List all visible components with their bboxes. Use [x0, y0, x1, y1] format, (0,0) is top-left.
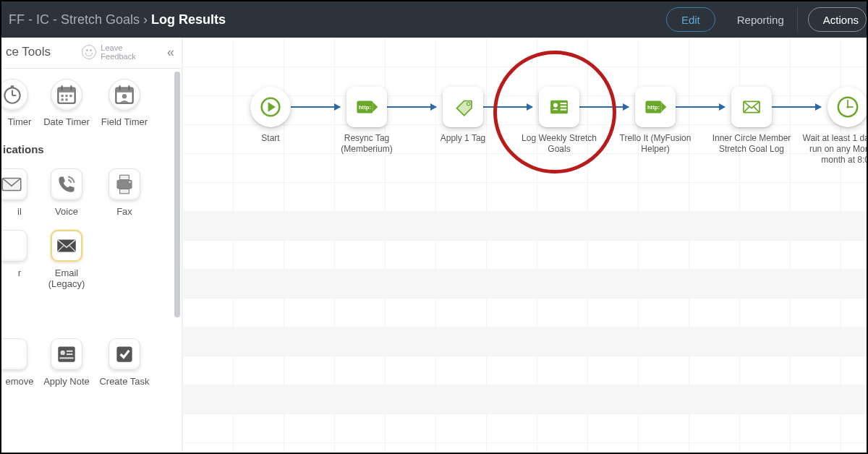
tool-fax[interactable]: Fax	[95, 168, 153, 217]
sidebar-title: ce Tools	[6, 45, 51, 59]
category-communications: ications	[1, 140, 182, 158]
flow-arrow	[579, 106, 629, 108]
clock-icon	[827, 87, 867, 127]
collapse-sidebar-button[interactable]: «	[167, 45, 174, 60]
tool-label: Voice	[55, 206, 78, 217]
svg-rect-27	[67, 354, 73, 355]
blank-icon	[1, 230, 27, 262]
svg-rect-5	[58, 88, 75, 93]
tool-label: Timer	[8, 116, 32, 127]
svg-rect-37	[561, 103, 567, 104]
mail-icon	[731, 87, 772, 127]
node-label: Log Weekly Stretch Goals	[512, 133, 606, 155]
fax-icon	[109, 168, 140, 200]
flow-arrow	[676, 106, 725, 108]
svg-rect-1	[11, 85, 14, 87]
header-actions: Edit Reporting Actions	[666, 7, 867, 32]
note-icon	[51, 338, 82, 370]
svg-rect-12	[65, 99, 67, 101]
flow-node-apply-tag[interactable]: Apply 1 Tag	[440, 87, 486, 144]
svg-rect-21	[120, 189, 129, 194]
tool-timer[interactable]: Timer	[1, 79, 38, 127]
tool-apply-note[interactable]: Apply Note	[38, 338, 95, 387]
actions-button[interactable]: Actions	[808, 7, 867, 32]
tool-voice[interactable]: Voice	[38, 168, 95, 217]
breadcrumb[interactable]: FF - IC - Stretch Goals › Log Results	[9, 12, 226, 27]
svg-point-22	[129, 181, 131, 184]
svg-rect-26	[67, 351, 73, 352]
mail-icon	[51, 230, 82, 262]
calendar-icon	[51, 79, 82, 111]
svg-point-25	[61, 351, 65, 355]
sidebar-header: ce Tools LeaveFeedback «	[1, 38, 182, 69]
svg-text:http:: http:	[359, 104, 371, 111]
flow-arrow	[291, 106, 340, 108]
flow-arrow	[483, 106, 532, 108]
tool-label: Date Timer	[43, 116, 90, 127]
svg-point-34	[467, 103, 470, 106]
form-icon	[539, 87, 579, 127]
tool-email-legacy[interactable]: Email (Legacy)	[38, 230, 95, 289]
tools-sidebar: ce Tools LeaveFeedback « Timer	[1, 38, 182, 453]
svg-point-17	[122, 94, 127, 98]
flow-node-log-weekly[interactable]: Log Weekly Stretch Goals	[536, 87, 582, 155]
svg-rect-28	[59, 357, 73, 359]
tool-label: Apply Note	[43, 376, 90, 387]
svg-text:http:: http:	[647, 104, 660, 111]
tool-mail-partial[interactable]: il	[1, 168, 38, 217]
node-label: Trello It (MyFusion Helper)	[608, 133, 702, 155]
node-label: Inner Circle Member Stretch Goal Log	[705, 133, 799, 155]
tool-label: r	[18, 267, 21, 278]
flow-node-stretch-log[interactable]: Inner Circle Member Stretch Goal Log	[728, 87, 775, 155]
svg-rect-8	[61, 95, 64, 97]
play-icon	[250, 87, 291, 127]
sidebar-scrollbar[interactable]	[174, 72, 180, 332]
top-header: FF - IC - Stretch Goals › Log Results Ed…	[1, 1, 867, 38]
svg-rect-10	[69, 95, 72, 97]
svg-rect-38	[561, 106, 567, 107]
tool-label: il	[17, 206, 22, 217]
svg-rect-11	[61, 99, 64, 101]
tool-partial-left[interactable]: r	[1, 230, 38, 289]
flow-arrow	[772, 106, 821, 108]
tool-date-timer[interactable]: Date Timer	[38, 79, 95, 127]
breadcrumb-current: Log Results	[151, 12, 226, 27]
breadcrumb-parent[interactable]: FF - IC - Stretch Goals	[9, 12, 140, 27]
tag-icon	[443, 87, 483, 127]
leave-feedback-link[interactable]: LeaveFeedback	[82, 43, 135, 61]
svg-point-47	[846, 106, 848, 108]
flow-node-resync-tag[interactable]: http: Resync Tag (Memberium)	[344, 87, 390, 155]
tool-label: Fax	[116, 206, 132, 217]
svg-point-36	[553, 103, 558, 107]
clock-icon	[1, 79, 28, 111]
tool-remove[interactable]: emove	[1, 338, 38, 387]
tool-create-task[interactable]: Create Task	[95, 338, 153, 387]
phone-icon	[51, 168, 82, 200]
calendar-user-icon	[109, 79, 140, 111]
svg-rect-29	[116, 347, 132, 362]
node-label: Resync Tag (Memberium)	[320, 133, 414, 155]
mail-icon	[1, 168, 27, 200]
tool-label: Email (Legacy)	[38, 267, 95, 289]
node-label: Start	[224, 133, 318, 144]
reporting-button[interactable]: Reporting	[724, 7, 798, 32]
task-icon	[109, 338, 140, 370]
http-icon: http:	[635, 87, 676, 127]
tool-label: emove	[5, 376, 33, 387]
tool-field-timer[interactable]: Field Timer	[95, 79, 153, 127]
edit-button[interactable]: Edit	[666, 7, 715, 32]
node-label: Apply 1 Tag	[416, 133, 510, 144]
flow-node-start[interactable]: Start	[247, 87, 294, 144]
svg-rect-19	[120, 175, 129, 179]
flow-node-trello-it[interactable]: http: Trello It (MyFusion Helper)	[632, 87, 678, 155]
tool-label: Create Task	[99, 376, 149, 387]
blank-icon	[1, 338, 27, 370]
svg-rect-9	[65, 95, 67, 97]
svg-rect-39	[561, 109, 567, 111]
flow-arrow	[387, 106, 436, 108]
svg-rect-14	[116, 88, 132, 93]
http-icon: http:	[346, 87, 387, 127]
tool-label: Field Timer	[101, 116, 148, 127]
flow-node-wait[interactable]: Wait at least 1 day then run on any Mon …	[825, 87, 867, 166]
workflow-canvas[interactable]: Start http: Resync Tag (Memberium) Apply…	[182, 38, 867, 453]
